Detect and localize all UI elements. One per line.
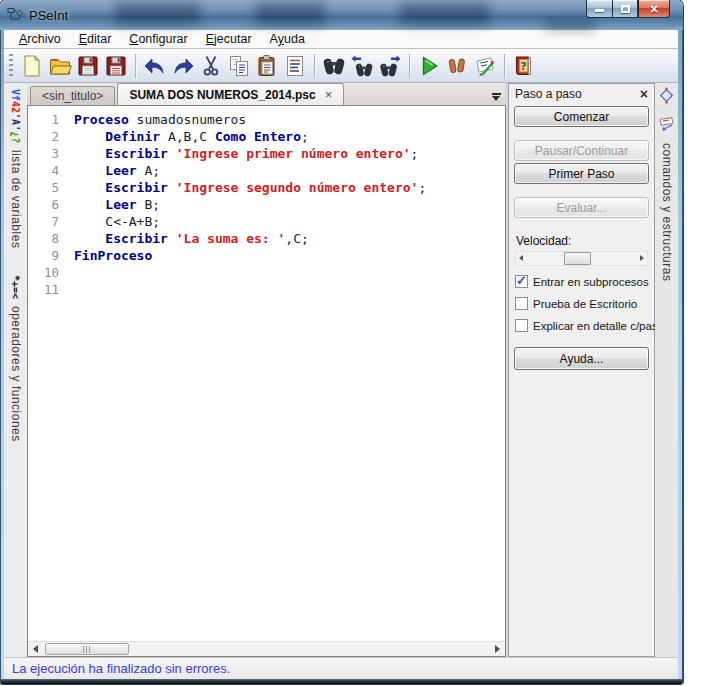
draw-flowchart-icon[interactable]	[471, 52, 499, 80]
variables-list-icon: Vf42'A'¿?	[10, 89, 21, 143]
speed-slider[interactable]	[515, 251, 648, 266]
code-text: C<-A+B;	[74, 213, 160, 230]
redo-icon[interactable]	[169, 52, 197, 80]
code-line[interactable]: 7 C<-A+B;	[28, 213, 505, 230]
hola-output-icon	[658, 115, 675, 136]
document-tab[interactable]: <sin_titulo>	[30, 86, 115, 105]
evaluar-button[interactable]: Evaluar...	[514, 197, 649, 218]
panel-close-icon[interactable]: ×	[640, 88, 648, 100]
code-line[interactable]: 2 Definir A,B,C Como Entero;	[28, 128, 505, 145]
slider-left-arrow-icon[interactable]	[519, 255, 523, 261]
close-icon: ×	[650, 2, 658, 16]
toolbar-separator	[314, 54, 315, 78]
primer-paso-button[interactable]: Primer Paso	[514, 163, 649, 184]
checkbox-entrar-en-subprocesos[interactable]: ✓Entrar en subprocesos	[515, 275, 654, 288]
left-panel-tabs: Vf42'A'¿?lista de variables*+=<operadore…	[4, 83, 27, 657]
window-bottom-border	[0, 679, 683, 684]
scroll-left-arrow-icon[interactable]	[28, 642, 43, 656]
slider-right-arrow-icon[interactable]	[640, 255, 644, 261]
sidebar-tab-variables-list[interactable]: Vf42'A'¿?lista de variables	[9, 89, 23, 249]
comenzar-button[interactable]: Comenzar	[514, 106, 649, 127]
menu-archivo[interactable]: Archivo	[10, 31, 70, 47]
new-file-icon[interactable]	[18, 52, 46, 80]
scrollbar-thumb[interactable]	[45, 643, 129, 655]
checkbox-explicar-en-detalle-c-paso[interactable]: Explicar en detalle c/paso	[515, 319, 654, 332]
right-panel-tabs: comandos y estructuras	[655, 83, 678, 657]
minimize-icon	[595, 9, 604, 12]
checkbox-label: Entrar en subprocesos	[533, 276, 649, 288]
code-line[interactable]: 9FinProceso	[28, 247, 505, 264]
menu-configurar[interactable]: Configurar	[120, 31, 196, 47]
code-line[interactable]: 3 Escribir 'Ingrese primer número entero…	[28, 145, 505, 162]
menu-editar[interactable]: Editar	[70, 31, 121, 47]
checkbox-label: Explicar en detalle c/paso	[533, 320, 664, 332]
cut-icon[interactable]	[197, 52, 225, 80]
minimize-button[interactable]	[586, 0, 612, 18]
copy-icon[interactable]	[225, 52, 253, 80]
window-left-border	[0, 30, 4, 679]
line-number: 4	[28, 162, 74, 179]
code-line[interactable]: 8 Escribir 'La suma es: ',C;	[28, 230, 505, 247]
close-button[interactable]: ×	[638, 0, 670, 18]
title-bar[interactable]: PSeInt ×	[0, 0, 683, 30]
help-panel-button[interactable]: Ayuda...	[514, 347, 649, 370]
code-text: Proceso sumadosnumeros	[74, 111, 246, 128]
maximize-icon	[621, 5, 630, 13]
document-tab[interactable]: SUMA DOS NUMEROS_2014.psc×	[117, 83, 344, 105]
find-icon[interactable]	[320, 52, 348, 80]
code-pane[interactable]: 1Proceso sumadosnumeros2 Definir A,B,C C…	[28, 106, 505, 641]
code-editor[interactable]: 1Proceso sumadosnumeros2 Definir A,B,C C…	[27, 106, 506, 657]
paste-icon[interactable]	[253, 52, 281, 80]
checkbox-unchecked-icon[interactable]	[515, 319, 528, 332]
document-tab-bar: <sin_titulo>SUMA DOS NUMEROS_2014.psc×	[27, 83, 506, 106]
code-text: Escribir 'Ingrese primer número entero';	[74, 145, 418, 162]
line-number: 11	[28, 281, 74, 298]
run-icon[interactable]	[415, 52, 443, 80]
line-number: 8	[28, 230, 74, 247]
code-line[interactable]: 4 Leer A;	[28, 162, 505, 179]
panel-checkboxes: ✓Entrar en subprocesosPrueba de Escritor…	[509, 266, 654, 332]
line-number: 7	[28, 213, 74, 230]
code-text: Escribir 'Ingrese segundo número entero'…	[74, 179, 426, 196]
help-icon[interactable]: ?	[510, 52, 538, 80]
panel-empty-space	[509, 370, 654, 656]
status-bar: La ejecución ha finalizado sin errores.	[4, 657, 678, 679]
panel-title: Paso a paso	[515, 87, 582, 101]
line-number: 1	[28, 111, 74, 128]
code-line[interactable]: 10	[28, 264, 505, 281]
maximize-button[interactable]	[612, 0, 638, 18]
slider-thumb[interactable]	[564, 252, 591, 265]
code-line[interactable]: 11	[28, 281, 505, 298]
find-prev-icon[interactable]	[348, 52, 376, 80]
pausar-continuar-button[interactable]: Pausar/Continuar	[514, 140, 649, 161]
sidebar-tab-commands-structures[interactable]: comandos y estructuras	[658, 87, 675, 281]
checkbox-unchecked-icon[interactable]	[515, 297, 528, 310]
code-line[interactable]: 5 Escribir 'Ingrese segundo número enter…	[28, 179, 505, 196]
checkbox-checked-icon[interactable]: ✓	[515, 275, 528, 288]
sidebar-tab-operators-functions[interactable]: *+=<operadores y funciones	[9, 275, 23, 442]
indent-icon[interactable]	[281, 52, 309, 80]
open-file-icon[interactable]	[46, 52, 74, 80]
code-line[interactable]: 1Proceso sumadosnumeros	[28, 111, 505, 128]
tab-close-icon[interactable]: ×	[325, 89, 333, 101]
undo-icon[interactable]	[141, 52, 169, 80]
window-right-border	[678, 30, 683, 679]
code-text: Leer B;	[74, 196, 160, 213]
line-number: 2	[28, 128, 74, 145]
save-icon[interactable]	[74, 52, 102, 80]
menu-ejecutar[interactable]: Ejecutar	[197, 31, 261, 47]
line-number: 10	[28, 264, 74, 281]
glass-reflection	[255, 3, 325, 25]
find-next-icon[interactable]	[376, 52, 404, 80]
tab-list-dropdown-icon[interactable]	[489, 93, 503, 101]
run-step-icon[interactable]	[443, 52, 471, 80]
menu-ayuda[interactable]: Ayuda	[261, 31, 314, 47]
code-line[interactable]: 6 Leer B;	[28, 196, 505, 213]
save-as-icon[interactable]	[102, 52, 130, 80]
checkbox-prueba-de-escritorio[interactable]: Prueba de Escritorio	[515, 297, 654, 310]
toolbar-separator	[409, 54, 410, 78]
horizontal-scrollbar[interactable]	[28, 641, 505, 656]
scroll-right-arrow-icon[interactable]	[490, 642, 505, 656]
editor-column: <sin_titulo>SUMA DOS NUMEROS_2014.psc× 1…	[27, 83, 506, 657]
line-number: 5	[28, 179, 74, 196]
